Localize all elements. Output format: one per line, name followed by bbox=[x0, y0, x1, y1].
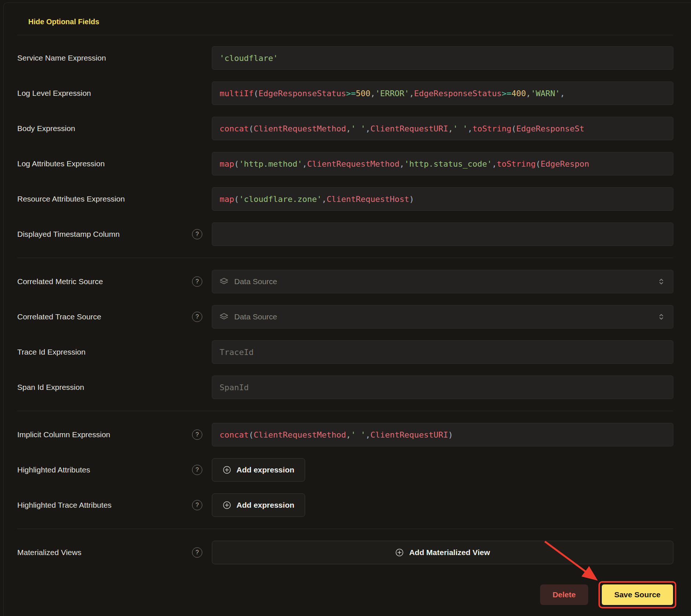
displayed-timestamp-input[interactable] bbox=[212, 222, 673, 246]
span-id-expression-input[interactable] bbox=[212, 376, 673, 399]
divider bbox=[17, 35, 673, 35]
form-row-log-level: Log Level Expression multiIf(EdgeRespons… bbox=[17, 81, 673, 105]
add-materialized-view-label: Add Materialized View bbox=[409, 548, 490, 557]
add-expression-label: Add expression bbox=[236, 465, 294, 474]
service-name-expression-input[interactable]: 'cloudflare' bbox=[212, 46, 673, 70]
form-row-resource-attributes: Resource Attributes Expression map('clou… bbox=[17, 187, 673, 211]
help-icon[interactable]: ? bbox=[192, 500, 202, 510]
log-level-expression-input[interactable]: multiIf(EdgeResponseStatus >= 500, 'ERRO… bbox=[212, 81, 673, 105]
span-id-label: Span Id Expression bbox=[17, 383, 84, 392]
add-expression-label: Add expression bbox=[236, 501, 294, 510]
delete-button[interactable]: Delete bbox=[540, 584, 588, 605]
log-level-label: Log Level Expression bbox=[17, 89, 91, 98]
add-materialized-view-button[interactable]: Add Materialized View bbox=[212, 541, 673, 564]
correlated-metric-placeholder: Data Source bbox=[234, 277, 651, 286]
body-expression-input[interactable]: concat(ClientRequestMethod, ' ', ClientR… bbox=[212, 117, 673, 140]
form-row-log-attributes: Log Attributes Expression map('http.meth… bbox=[17, 152, 673, 175]
form-row-displayed-timestamp: Displayed Timestamp Column ? bbox=[17, 222, 673, 246]
correlated-metric-source-select[interactable]: Data Source bbox=[212, 270, 673, 293]
correlated-trace-placeholder: Data Source bbox=[234, 312, 651, 321]
add-expression-button[interactable]: Add expression bbox=[212, 493, 305, 517]
divider bbox=[17, 258, 673, 258]
layers-icon bbox=[220, 277, 228, 286]
help-icon[interactable]: ? bbox=[192, 547, 202, 558]
correlated-metric-label: Correlated Metric Source bbox=[17, 277, 103, 286]
form-footer: Delete Save Source bbox=[17, 581, 673, 608]
optional-fields-form: Service Name Expression 'cloudflare' Log… bbox=[17, 46, 673, 564]
service-name-label: Service Name Expression bbox=[17, 54, 106, 62]
implicit-column-expression-input[interactable]: concat(ClientRequestMethod, ' ', ClientR… bbox=[212, 423, 673, 446]
form-row-span-id: Span Id Expression bbox=[17, 376, 673, 399]
form-row-correlated-metric: Correlated Metric Source ? Data Source bbox=[17, 270, 673, 293]
trace-id-label: Trace Id Expression bbox=[17, 348, 86, 356]
resource-attributes-expression-input[interactable]: map('cloudflare.zone', ClientRequestHost… bbox=[212, 187, 673, 211]
chevron-updown-icon bbox=[657, 277, 666, 286]
implicit-column-label: Implicit Column Expression bbox=[17, 430, 110, 439]
materialized-views-label: Materialized Views bbox=[17, 548, 82, 557]
help-icon[interactable]: ? bbox=[192, 430, 202, 440]
add-expression-button[interactable]: Add expression bbox=[212, 458, 305, 482]
source-form-panel: Hide Optional Fields Service Name Expres… bbox=[3, 3, 691, 616]
form-row-materialized-views: Materialized Views ? Add Materialized Vi… bbox=[17, 541, 673, 564]
annotation-box: Save Source bbox=[598, 581, 676, 608]
displayed-timestamp-label: Displayed Timestamp Column bbox=[17, 230, 120, 239]
form-row-implicit-column: Implicit Column Expression ? concat(Clie… bbox=[17, 423, 673, 446]
correlated-trace-label: Correlated Trace Source bbox=[17, 312, 101, 321]
body-label: Body Expression bbox=[17, 124, 75, 133]
plus-circle-icon bbox=[223, 501, 231, 510]
highlighted-trace-attributes-label: Highlighted Trace Attributes bbox=[17, 501, 112, 510]
help-icon[interactable]: ? bbox=[192, 312, 202, 322]
help-icon[interactable]: ? bbox=[192, 229, 202, 239]
help-icon[interactable]: ? bbox=[192, 276, 202, 287]
form-row-service-name: Service Name Expression 'cloudflare' bbox=[17, 46, 673, 70]
form-row-highlighted-trace-attributes: Highlighted Trace Attributes ? Add expre… bbox=[17, 493, 673, 517]
divider bbox=[17, 411, 673, 411]
correlated-trace-source-select[interactable]: Data Source bbox=[212, 305, 673, 329]
hide-optional-fields-link[interactable]: Hide Optional Fields bbox=[28, 18, 99, 26]
form-row-body: Body Expression concat(ClientRequestMeth… bbox=[17, 117, 673, 140]
log-attributes-expression-input[interactable]: map('http.method', ClientRequestMethod, … bbox=[212, 152, 673, 175]
plus-circle-icon bbox=[395, 548, 404, 557]
form-row-trace-id: Trace Id Expression bbox=[17, 340, 673, 364]
layers-icon bbox=[220, 312, 228, 321]
form-row-correlated-trace: Correlated Trace Source ? Data Source bbox=[17, 305, 673, 329]
divider bbox=[17, 529, 673, 529]
form-row-highlighted-attributes: Highlighted Attributes ? Add expression bbox=[17, 458, 673, 482]
plus-circle-icon bbox=[223, 465, 231, 474]
save-source-button[interactable]: Save Source bbox=[602, 584, 673, 605]
resource-attributes-label: Resource Attributes Expression bbox=[17, 195, 125, 203]
log-attributes-label: Log Attributes Expression bbox=[17, 159, 105, 168]
highlighted-attributes-label: Highlighted Attributes bbox=[17, 465, 90, 474]
help-icon[interactable]: ? bbox=[192, 465, 202, 475]
trace-id-expression-input[interactable] bbox=[212, 340, 673, 364]
chevron-updown-icon bbox=[657, 312, 666, 321]
